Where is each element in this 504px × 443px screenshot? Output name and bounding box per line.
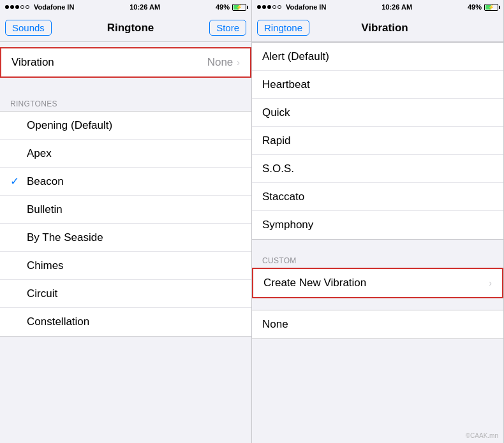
right-carrier: Vodafone IN [286, 3, 326, 11]
vibration-item[interactable]: Quick [252, 99, 503, 127]
store-button[interactable]: Store [209, 20, 246, 36]
none-label: None [262, 318, 493, 331]
right-status-left: Vodafone IN [257, 3, 326, 11]
left-time: 10:26 AM [130, 3, 160, 11]
left-battery-bolt: ⚡ [236, 4, 242, 10]
vibration-chevron-icon: › [237, 57, 240, 68]
vibration-row[interactable]: Vibration None › [0, 47, 251, 78]
ringtone-item[interactable]: Bulletin [0, 196, 251, 224]
none-item[interactable]: None [252, 310, 503, 338]
ringtone-label: Constellation [27, 316, 241, 328]
none-gap [252, 298, 503, 310]
vibration-option-label: Quick [262, 106, 493, 119]
ringtone-label: Apex [27, 147, 241, 160]
sounds-back-button[interactable]: Sounds [5, 20, 52, 36]
ringtones-list-group: Opening (Default) Apex ✓ Beacon Bulletin… [0, 111, 251, 337]
right-battery-bolt: ⚡ [488, 4, 494, 10]
vibration-option-label: Rapid [262, 134, 493, 147]
r-dot-3 [267, 5, 271, 9]
ringtone-item[interactable]: Circuit [0, 280, 251, 308]
right-nav-bar: Ringtone Vibration [252, 14, 503, 42]
vibrations-scroll[interactable]: Alert (Default)HeartbeatQuickRapidS.O.S.… [252, 42, 503, 443]
vibration-option-label: Heartbeat [262, 78, 493, 91]
left-nav-title: Ringtone [107, 22, 154, 34]
vibration-option-label: Staccato [262, 191, 493, 203]
ringtone-label: Circuit [27, 287, 241, 300]
right-status-right: 49% ⚡ [468, 3, 498, 11]
ringtones-list[interactable]: Opening (Default) Apex ✓ Beacon Bulletin… [0, 111, 251, 443]
left-carrier: Vodafone IN [34, 3, 74, 11]
ringtone-item[interactable]: Chimes [0, 252, 251, 280]
right-battery-icon: ⚡ [484, 4, 498, 11]
right-battery-pct: 49% [468, 3, 482, 11]
left-status-bar: Vodafone IN 10:26 AM 49% ⚡ [0, 0, 251, 14]
vibration-item[interactable]: Alert (Default) [252, 43, 503, 71]
right-nav-title: Vibration [361, 22, 408, 34]
ringtone-item[interactable]: Constellation [0, 308, 251, 336]
section-gap-1 [0, 83, 251, 94]
none-group: None [252, 310, 503, 339]
r-dot-4 [272, 5, 276, 9]
dot-1 [5, 5, 9, 9]
ringtone-label: Chimes [27, 259, 241, 272]
right-time: 10:26 AM [382, 3, 412, 11]
checkmark-icon: ✓ [10, 175, 20, 188]
custom-section-header: CUSTOM [252, 251, 503, 268]
r-dot-1 [257, 5, 261, 9]
left-nav-bar: Sounds Ringtone Store [0, 14, 251, 42]
ringtone-label: Beacon [27, 175, 241, 188]
left-panel: Vodafone IN 10:26 AM 49% ⚡ Sounds Ringto… [0, 0, 252, 443]
left-battery-icon: ⚡ [232, 4, 246, 11]
create-new-vibration-item[interactable]: Create New Vibration › [253, 269, 502, 297]
ringtone-back-button[interactable]: Ringtone [257, 20, 309, 36]
ringtone-label: Opening (Default) [27, 119, 241, 132]
dot-2 [10, 5, 14, 9]
vibration-item[interactable]: Staccato [252, 183, 503, 211]
left-battery-pct: 49% [216, 3, 230, 11]
vibration-option-label: Symphony [262, 219, 493, 231]
ringtone-item[interactable]: Apex [0, 140, 251, 168]
ringtone-item[interactable]: ✓ Beacon [0, 168, 251, 196]
create-new-label: Create New Vibration [263, 277, 489, 289]
vibration-option-label: S.O.S. [262, 163, 493, 175]
standard-vibrations-group: Alert (Default)HeartbeatQuickRapidS.O.S.… [252, 42, 503, 240]
dot-4 [20, 5, 24, 9]
vibration-item[interactable]: S.O.S. [252, 155, 503, 183]
vibration-value: None [207, 56, 233, 69]
ringtones-section-header: RINGTONES [0, 94, 251, 111]
create-new-vibration-group[interactable]: Create New Vibration › [252, 268, 503, 298]
vibration-list-item[interactable]: Vibration None › [1, 48, 250, 76]
left-status-right: 49% ⚡ [216, 3, 246, 11]
vibration-option-label: Alert (Default) [262, 50, 493, 63]
vibration-label: Vibration [11, 56, 207, 69]
dot-3 [15, 5, 19, 9]
vibration-item[interactable]: Heartbeat [252, 71, 503, 99]
vibration-item[interactable]: Symphony [252, 211, 503, 239]
dot-5 [26, 5, 29, 9]
custom-gap [252, 240, 503, 251]
vibration-item[interactable]: Rapid [252, 127, 503, 155]
r-dot-2 [262, 5, 266, 9]
left-status-left: Vodafone IN [5, 3, 74, 11]
right-status-bar: Vodafone IN 10:26 AM 49% ⚡ [252, 0, 503, 14]
r-dot-5 [278, 5, 281, 9]
ringtone-item[interactable]: Opening (Default) [0, 112, 251, 140]
ringtone-item[interactable]: By The Seaside [0, 224, 251, 252]
ringtone-label: Bulletin [27, 203, 241, 216]
ringtone-label: By The Seaside [27, 231, 241, 244]
watermark: ©CAAK.mn [466, 432, 498, 439]
right-panel: Vodafone IN 10:26 AM 49% ⚡ Ringtone Vibr… [252, 0, 504, 443]
right-signal-dots [257, 5, 281, 9]
create-new-chevron-icon: › [489, 278, 492, 288]
signal-dots [5, 5, 29, 9]
